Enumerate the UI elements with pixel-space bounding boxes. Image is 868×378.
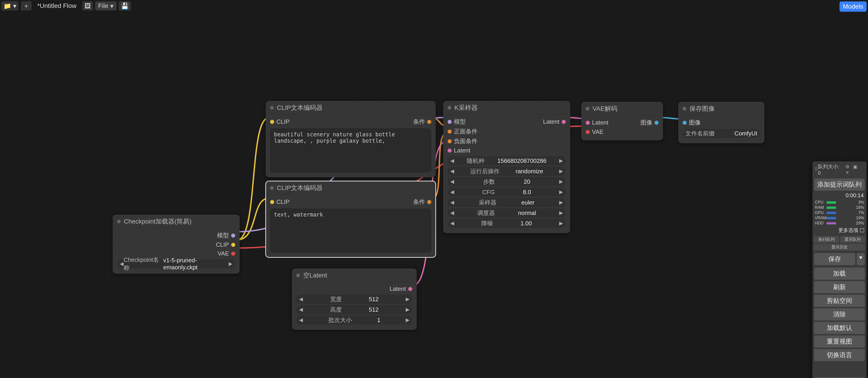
prompt-textarea-negative[interactable] — [270, 209, 431, 253]
flow-title-tab[interactable]: *Untitled Flow — [34, 2, 80, 9]
node-header[interactable]: Checkpoint加载器(简易) — [113, 215, 239, 228]
arrow-left-icon[interactable]: ◀ — [450, 189, 454, 195]
new-tab-button[interactable]: ＋ — [21, 1, 32, 11]
arrow-right-icon[interactable]: ▶ — [559, 179, 563, 184]
collapse-icon[interactable] — [270, 186, 274, 190]
reset-view-button[interactable]: 重置视图 — [814, 335, 865, 348]
arrow-right-icon[interactable]: ▶ — [559, 189, 563, 195]
arrow-left-icon[interactable]: ◀ — [120, 261, 124, 267]
arrow-right-icon[interactable]: ▶ — [406, 307, 409, 313]
arrow-right-icon[interactable]: ▶ — [559, 210, 563, 216]
window-icon[interactable]: ▣ — [853, 164, 857, 169]
widget-denoise[interactable]: ◀降噪1.00▶ — [447, 219, 566, 228]
port-in-latent[interactable] — [447, 149, 452, 153]
widget-steps[interactable]: ◀步数20▶ — [447, 177, 566, 186]
widget-seed[interactable]: ◀随机种156680208700286▶ — [447, 156, 566, 165]
port-out-cond[interactable] — [427, 120, 431, 124]
manager-button[interactable]: 管理器 — [814, 377, 865, 378]
arrow-left-icon[interactable]: ◀ — [299, 307, 303, 313]
arrow-right-icon[interactable]: ▶ — [559, 158, 563, 164]
node-header[interactable]: K采样器 — [443, 101, 570, 115]
port-out-vae[interactable] — [231, 252, 235, 256]
arrow-right-icon[interactable]: ▶ — [406, 296, 409, 302]
node-vae-decode[interactable]: VAE解码 Latent图像 VAE — [581, 102, 663, 140]
image-icon-button[interactable]: 🖼 — [82, 1, 93, 11]
arrow-left-icon[interactable]: ◀ — [299, 317, 303, 323]
arrow-left-icon[interactable]: ◀ — [450, 168, 454, 174]
checkbox-icon[interactable] — [860, 228, 864, 232]
arrow-left-icon[interactable]: ◀ — [450, 179, 454, 184]
switch-language-button[interactable]: 切换语言 — [814, 349, 865, 361]
widget-scheduler[interactable]: ◀调度器normal▶ — [447, 208, 566, 217]
control-panel[interactable]: ⠿ 队列大小: 0 ⚙ ▣ ✕ 添加提示词队列 0:00:14 CPU3%RAM… — [812, 161, 867, 378]
widget-cfg[interactable]: ◀CFG8.0▶ — [447, 187, 566, 197]
node-save-image[interactable]: 保存图像 图像 文件名前缀 ComfyUI — [678, 102, 764, 143]
port-in-image[interactable] — [683, 121, 687, 125]
port-out-cond[interactable] — [427, 200, 431, 204]
models-button[interactable]: Models — [839, 1, 867, 12]
gear-icon[interactable]: ⚙ — [845, 164, 849, 169]
node-checkpoint-loader[interactable]: Checkpoint加载器(简易) 模型 CLIP VAE ◀ Checkpoi… — [113, 215, 240, 273]
port-out-latent[interactable] — [562, 120, 566, 124]
show-queue-button[interactable]: 显示队列 — [840, 236, 865, 243]
port-in-negative[interactable] — [447, 139, 452, 143]
folder-menu-button[interactable]: 📁 ▾ — [1, 1, 19, 11]
node-clip-encode-negative[interactable]: CLIP文本编码器 CLIP 条件 — [266, 181, 436, 257]
collapse-icon[interactable] — [296, 273, 300, 277]
port-out-model[interactable] — [231, 233, 235, 238]
arrow-right-icon[interactable]: ▶ — [406, 317, 409, 323]
add-prompt-queue-button[interactable]: 添加提示词队列 — [814, 178, 865, 191]
arrow-right-icon[interactable]: ▶ — [559, 200, 563, 205]
node-clip-encode-positive[interactable]: CLIP文本编码器 CLIP 条件 — [266, 101, 436, 177]
drag-handle-icon[interactable]: ⠿ — [814, 167, 818, 173]
arrow-left-icon[interactable]: ◀ — [450, 221, 454, 226]
node-header[interactable]: VAE解码 — [582, 102, 663, 116]
node-header[interactable]: CLIP文本编码器 — [266, 101, 435, 115]
clear-button[interactable]: 清除 — [814, 308, 865, 321]
node-ksampler[interactable]: K采样器 模型Latent 正面条件 负面条件 Latent ◀随机种15668… — [443, 101, 570, 233]
node-graph-canvas[interactable]: Checkpoint加载器(简易) 模型 CLIP VAE ◀ Checkpoi… — [0, 0, 868, 378]
arrow-left-icon[interactable]: ◀ — [450, 210, 454, 216]
port-in-model[interactable] — [447, 120, 452, 124]
port-out-clip[interactable] — [231, 243, 235, 247]
widget-sampler[interactable]: ◀采样器euler▶ — [447, 198, 566, 207]
show-history-button[interactable]: 显示历史 — [814, 244, 865, 251]
widget-height[interactable]: ◀高度512▶ — [296, 305, 412, 314]
widget-filename-prefix[interactable]: 文件名前缀 ComfyUI — [683, 129, 760, 138]
arrow-right-icon[interactable]: ▶ — [559, 221, 563, 226]
node-header[interactable]: 保存图像 — [679, 102, 764, 116]
load-default-button[interactable]: 加载默认 — [814, 322, 865, 334]
collapse-icon[interactable] — [447, 106, 451, 110]
close-icon[interactable]: ✕ — [845, 170, 849, 175]
run-queue-button[interactable]: 执行队列 — [814, 236, 839, 243]
collapse-icon[interactable] — [586, 107, 589, 111]
prompt-textarea-positive[interactable] — [270, 128, 431, 172]
widget-ckpt-name[interactable]: ◀ Checkpoint名称 v1-5-pruned-emaonly.ckpt … — [117, 259, 235, 268]
port-in-vae[interactable] — [586, 130, 590, 134]
arrow-left-icon[interactable]: ◀ — [450, 200, 454, 205]
widget-after[interactable]: ◀运行后操作randomize▶ — [447, 167, 566, 176]
widget-width[interactable]: ◀宽度512▶ — [296, 295, 412, 304]
arrow-right-icon[interactable]: ▶ — [559, 168, 563, 174]
collapse-icon[interactable] — [270, 106, 274, 110]
port-out-latent[interactable] — [408, 287, 412, 291]
save-button[interactable]: 保存 — [814, 253, 856, 265]
save-disk-button[interactable]: 💾 — [118, 1, 131, 11]
port-out-image[interactable] — [654, 121, 659, 125]
node-header[interactable]: 空Latent — [292, 269, 416, 282]
file-menu[interactable]: File▾ — [95, 1, 117, 10]
arrow-left-icon[interactable]: ◀ — [299, 296, 303, 302]
clipboard-button[interactable]: 剪贴空间 — [814, 294, 865, 307]
load-button[interactable]: 加载 — [814, 267, 865, 280]
port-in-clip[interactable] — [270, 120, 274, 124]
refresh-button[interactable]: 刷新 — [814, 281, 865, 293]
collapse-icon[interactable] — [117, 220, 121, 223]
port-in-clip[interactable] — [270, 200, 274, 204]
more-options-row[interactable]: 更多选项 — [814, 227, 865, 235]
arrow-right-icon[interactable]: ▶ — [229, 261, 232, 267]
widget-batch[interactable]: ◀批次大小1▶ — [296, 316, 412, 324]
node-empty-latent[interactable]: 空Latent Latent ◀宽度512▶ ◀高度512▶ ◀批次大小1▶ — [292, 269, 416, 330]
collapse-icon[interactable] — [683, 107, 686, 111]
port-in-latent[interactable] — [586, 121, 590, 125]
node-header[interactable]: CLIP文本编码器 — [266, 181, 435, 195]
